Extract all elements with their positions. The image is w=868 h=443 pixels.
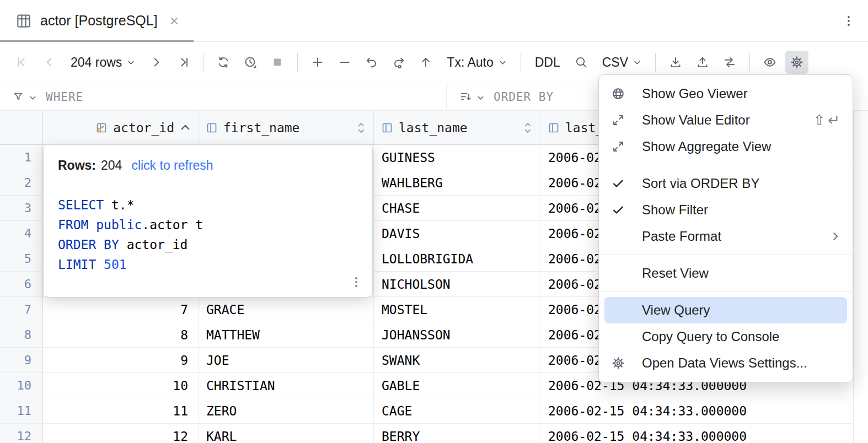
cell-last-name[interactable]: WAHLBERG [374, 170, 540, 195]
export-format-label: CSV [602, 55, 628, 70]
export-icon[interactable] [691, 51, 714, 74]
last-page-icon[interactable] [172, 51, 195, 74]
cell-first-name[interactable]: MATTHEW [199, 322, 374, 347]
import-icon[interactable] [664, 51, 687, 74]
refresh-link[interactable]: click to refresh [131, 158, 213, 173]
cell-last-name[interactable]: CHASE [374, 196, 540, 220]
cell-last-update[interactable]: 2006-02-15 04:34:33.000000 [540, 424, 854, 443]
globe-icon [611, 87, 642, 101]
row-number[interactable]: 10 [0, 373, 43, 398]
cell-actor-id[interactable]: 12 [43, 424, 199, 443]
menu-item-show-geo-viewer[interactable]: Show Geo Viewer [599, 80, 853, 107]
cell-actor-id[interactable]: 10 [43, 373, 199, 398]
row-number[interactable]: 9 [0, 348, 43, 372]
kebab-menu-icon[interactable] [842, 14, 856, 28]
expand-icon [611, 139, 642, 154]
row-number[interactable]: 7 [0, 297, 43, 322]
chevron-down-icon [633, 58, 641, 67]
menu-item-label: Show Geo Viewer [642, 86, 843, 101]
rows-value: 204 [101, 158, 122, 173]
sql-preview: SELECT t.*FROM public.actor tORDER BY ac… [58, 195, 358, 274]
cell-actor-id[interactable]: 9 [43, 348, 199, 372]
add-row-icon[interactable] [306, 51, 329, 74]
row-number[interactable]: 12 [0, 424, 43, 443]
row-number[interactable]: 6 [0, 272, 43, 296]
row-number[interactable]: 11 [0, 398, 43, 423]
rollback-icon[interactable] [360, 51, 383, 74]
menu-item-sort-via-order-by[interactable]: Sort via ORDER BY [599, 170, 853, 197]
sql-token: actor_id [119, 237, 188, 252]
sql-line: SELECT t.* [58, 195, 358, 215]
row-number[interactable]: 4 [0, 221, 43, 246]
tooltip-header: Rows: 204 click to refresh [58, 158, 358, 173]
where-filter-field[interactable]: WHERE [0, 83, 447, 110]
cell-last-name[interactable]: LOLLOBRIGIDA [374, 246, 540, 271]
cell-last-name[interactable]: GUINESS [374, 145, 540, 170]
cell-last-name[interactable]: NICHOLSON [374, 272, 540, 296]
menu-item-open-data-views-settings[interactable]: Open Data Views Settings... [599, 350, 853, 376]
cell-first-name[interactable]: CHRISTIAN [199, 373, 374, 398]
cell-last-update[interactable]: 2006-02-15 04:34:33.000000 [540, 398, 854, 423]
eye-icon[interactable] [758, 51, 781, 74]
menu-item-label: Copy Query to Console [642, 329, 843, 344]
first-page-icon[interactable] [11, 51, 34, 74]
sort-asc-icon [179, 122, 191, 134]
prev-page-icon[interactable] [38, 51, 61, 74]
cell-first-name[interactable]: KARL [199, 424, 374, 443]
row-number[interactable]: 1 [0, 145, 43, 170]
tab-actor-postgresql[interactable]: actor [PostgreSQL] [0, 0, 194, 41]
toolbar-separator [297, 53, 298, 72]
column-header-first_name[interactable]: first_name [199, 111, 374, 144]
search-icon[interactable] [570, 51, 593, 74]
menu-item-view-query[interactable]: View Query [604, 297, 847, 323]
cell-last-name[interactable]: DAVIS [374, 221, 540, 246]
compare-icon[interactable] [718, 51, 741, 74]
column-header-actor_id[interactable]: actor_id [43, 111, 199, 144]
rows-count-dropdown[interactable]: 204 rows [65, 51, 141, 74]
menu-item-show-filter[interactable]: Show Filter [599, 197, 853, 223]
cell-last-name[interactable]: GABLE [374, 373, 540, 398]
cell-last-name[interactable]: CAGE [374, 398, 540, 423]
cell-first-name[interactable]: JOE [199, 348, 374, 372]
column-key-icon [95, 121, 108, 134]
toolbar-separator [521, 53, 521, 72]
menu-item-show-aggregate-view[interactable]: Show Aggregate View [599, 133, 853, 160]
menu-item-paste-format[interactable]: Paste Format [599, 223, 853, 250]
tx-mode-dropdown[interactable]: Tx: Auto [441, 51, 512, 74]
cell-first-name[interactable]: GRACE [199, 297, 374, 322]
shortcut-hint: ⇧↵ [813, 112, 843, 129]
cell-actor-id[interactable]: 8 [43, 322, 199, 347]
header-corner-cell[interactable] [0, 111, 43, 144]
export-format-dropdown[interactable]: CSV [597, 51, 647, 74]
cell-last-name[interactable]: SWANK [374, 348, 540, 372]
row-number[interactable]: 5 [0, 246, 43, 271]
kebab-menu-icon[interactable] [349, 275, 363, 289]
cell-last-name[interactable]: BERRY [374, 424, 540, 443]
gear-icon[interactable] [785, 51, 808, 74]
cell-first-name[interactable]: ZERO [199, 398, 374, 423]
submit-icon[interactable] [387, 51, 410, 74]
menu-item-copy-query-to-console[interactable]: Copy Query to Console [599, 323, 853, 350]
cell-last-name[interactable]: JOHANSSON [374, 322, 540, 347]
commit-icon[interactable] [414, 51, 437, 74]
row-number[interactable]: 8 [0, 322, 43, 347]
next-page-icon[interactable] [144, 51, 168, 74]
row-number[interactable]: 2 [0, 170, 43, 195]
column-header-last_name[interactable]: last_name [374, 111, 540, 144]
ddl-button[interactable]: DDL [529, 51, 566, 74]
delete-row-icon[interactable] [333, 51, 356, 74]
close-icon[interactable] [168, 15, 180, 27]
cell-actor-id[interactable]: 11 [43, 398, 199, 423]
column-name: last_name [399, 121, 468, 135]
menu-separator [599, 165, 853, 165]
context-menu: Show Geo ViewerShow Value Editor⇧↵Show A… [598, 74, 853, 382]
menu-item-reset-view[interactable]: Reset View [599, 260, 853, 287]
menu-item-show-value-editor[interactable]: Show Value Editor⇧↵ [599, 107, 853, 133]
stop-icon[interactable] [266, 51, 289, 74]
schedule-icon[interactable] [239, 51, 262, 74]
row-number[interactable]: 3 [0, 196, 43, 220]
cell-last-name[interactable]: MOSTEL [374, 297, 540, 322]
rows-count-label: 204 rows [71, 55, 122, 70]
refresh-icon[interactable] [212, 51, 235, 74]
cell-actor-id[interactable]: 7 [43, 297, 199, 322]
